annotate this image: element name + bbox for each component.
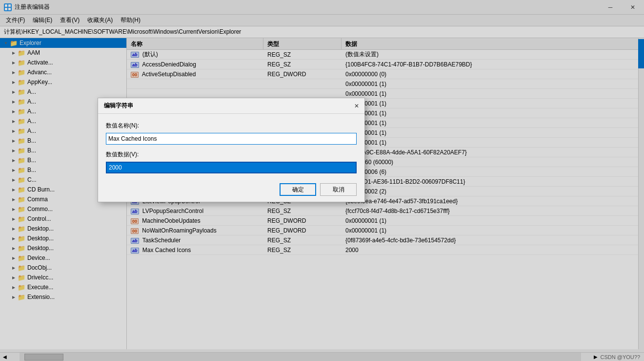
dialog-title: 编辑字符串 (104, 102, 133, 110)
dialog-body: 数值名称(N): 数值数据(V): 确定 取消 (98, 114, 364, 202)
modal-overlay: 编辑字符串 ✕ 数值名称(N): 数值数据(V): 确定 取消 (0, 0, 644, 361)
dialog-name-label: 数值名称(N): (106, 122, 357, 130)
edit-string-dialog: 编辑字符串 ✕ 数值名称(N): 数值数据(V): 确定 取消 (98, 98, 365, 202)
dialog-close-button[interactable]: ✕ (351, 100, 362, 112)
dialog-data-input[interactable] (106, 162, 357, 173)
dialog-confirm-button[interactable]: 确定 (280, 183, 316, 196)
dialog-data-label: 数值数据(V): (106, 150, 357, 159)
dialog-title-bar: 编辑字符串 ✕ (98, 98, 364, 114)
dialog-name-input[interactable] (106, 133, 357, 145)
dialog-cancel-button[interactable]: 取消 (320, 183, 357, 196)
dialog-buttons: 确定 取消 (106, 181, 357, 196)
